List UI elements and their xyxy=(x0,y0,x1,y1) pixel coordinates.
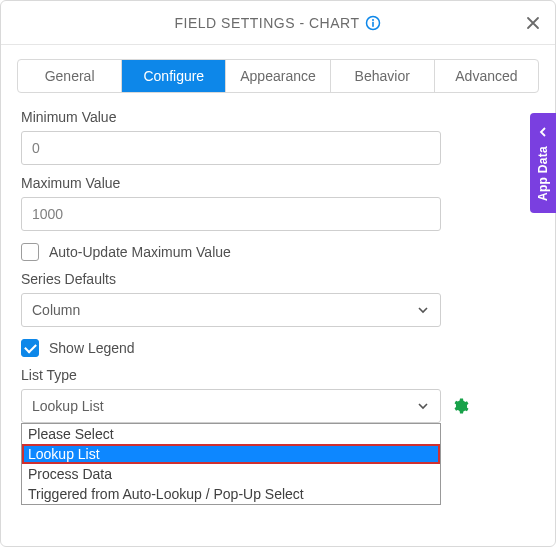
tab-general[interactable]: General xyxy=(18,60,122,92)
min-value-input[interactable] xyxy=(21,131,441,165)
tabs: General Configure Appearance Behavior Ad… xyxy=(17,59,539,93)
chevron-left-icon xyxy=(538,124,548,140)
close-icon[interactable] xyxy=(523,13,543,33)
list-type-select[interactable]: Lookup List xyxy=(21,389,441,423)
show-legend-checkbox[interactable] xyxy=(21,339,39,357)
configure-panel: Minimum Value Maximum Value Auto-Update … xyxy=(1,93,555,423)
list-type-option-process-data[interactable]: Process Data xyxy=(22,464,440,484)
list-type-label: List Type xyxy=(21,367,535,383)
series-defaults-value: Column xyxy=(32,302,80,318)
auto-update-row: Auto-Update Maximum Value xyxy=(21,243,535,261)
tab-appearance[interactable]: Appearance xyxy=(226,60,330,92)
show-legend-row: Show Legend xyxy=(21,339,535,357)
show-legend-label: Show Legend xyxy=(49,340,135,356)
list-type-dropdown: Please Select Lookup List Process Data T… xyxy=(21,423,441,505)
tab-advanced[interactable]: Advanced xyxy=(435,60,538,92)
list-type-option-triggered[interactable]: Triggered from Auto-Lookup / Pop-Up Sele… xyxy=(22,484,440,504)
max-value-input[interactable] xyxy=(21,197,441,231)
app-data-label: App Data xyxy=(536,146,550,201)
gear-icon[interactable] xyxy=(451,397,469,415)
list-type-option-please-select[interactable]: Please Select xyxy=(22,424,440,444)
dialog-title: FIELD SETTINGS - CHART xyxy=(175,15,360,31)
list-type-value: Lookup List xyxy=(32,398,104,414)
svg-point-1 xyxy=(372,19,374,21)
list-type-option-lookup-list[interactable]: Lookup List xyxy=(22,444,440,464)
dialog-header: FIELD SETTINGS - CHART xyxy=(1,1,555,45)
info-icon[interactable] xyxy=(365,15,381,31)
list-type-row: Lookup List Please Select Lookup List Pr… xyxy=(21,389,535,423)
min-value-label: Minimum Value xyxy=(21,109,535,125)
series-defaults-label: Series Defaults xyxy=(21,271,535,287)
app-data-side-tab[interactable]: App Data xyxy=(530,113,556,213)
series-defaults-select[interactable]: Column xyxy=(21,293,441,327)
chevron-down-icon xyxy=(416,303,430,317)
dialog-title-wrap: FIELD SETTINGS - CHART xyxy=(175,15,382,31)
svg-rect-2 xyxy=(373,21,375,26)
auto-update-checkbox[interactable] xyxy=(21,243,39,261)
max-value-label: Maximum Value xyxy=(21,175,535,191)
field-settings-dialog: FIELD SETTINGS - CHART General Configure… xyxy=(0,0,556,547)
tab-behavior[interactable]: Behavior xyxy=(331,60,435,92)
chevron-down-icon xyxy=(416,399,430,413)
auto-update-label: Auto-Update Maximum Value xyxy=(49,244,231,260)
tab-configure[interactable]: Configure xyxy=(122,60,226,92)
